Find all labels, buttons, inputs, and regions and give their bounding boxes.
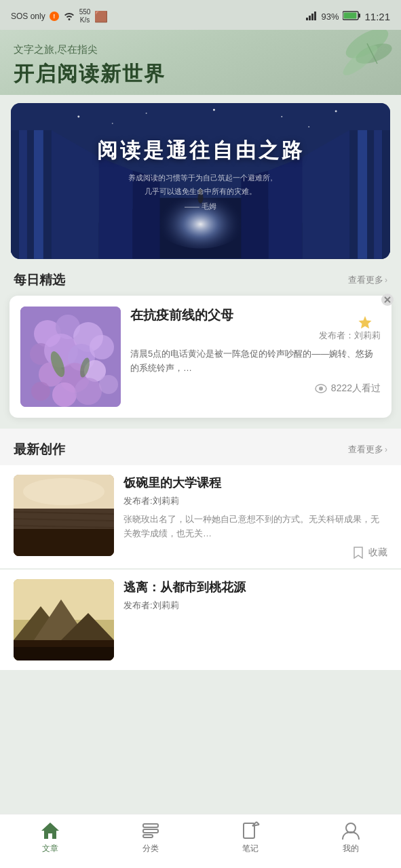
- svg-point-32: [77, 115, 79, 117]
- nav-label-category: 分类: [142, 843, 159, 854]
- latest-section-title: 最新创作: [14, 441, 65, 458]
- svg-rect-15: [19, 130, 27, 259]
- home-icon: [40, 821, 60, 840]
- daily-card-title: 在抗疫前线的父母: [130, 307, 381, 324]
- status-left: SOS only ! 550K/s 🟫: [11, 8, 108, 24]
- leaf-decoration: [313, 30, 394, 95]
- creation-item-2[interactable]: 逃离：从都市到桃花源 发布者:刘莉莉: [0, 570, 401, 670]
- svg-marker-72: [354, 547, 362, 558]
- eye-icon: [315, 384, 327, 393]
- svg-rect-81: [143, 824, 158, 827]
- svg-point-48: [90, 335, 114, 359]
- creation-excerpt-1: 张晓玫出名了，以一种她自己意想不到的方式。无关科研成果，无关教学成绩，也无关…: [123, 513, 387, 541]
- daily-card-image: [20, 307, 121, 407]
- nav-label-notes: 笔记: [242, 843, 259, 854]
- speed-label: 550K/s: [79, 8, 91, 24]
- svg-rect-0: [306, 18, 308, 20]
- svg-marker-61: [359, 316, 372, 329]
- daily-card[interactable]: 在抗疫前线的父母 发布者：刘莉莉 清晨5点的电话黄沁是被一阵急促的铃声吵醒的——…: [9, 296, 392, 418]
- svg-point-52: [31, 382, 50, 401]
- bookmark-icon-1: [352, 547, 364, 559]
- daily-card-views: 8222人看过: [130, 382, 381, 395]
- creation-item-1[interactable]: 饭碗里的大学课程 发布者:刘莉莉 张晓玫出名了，以一种她自己意想不到的方式。无关…: [0, 465, 401, 568]
- banner-title: 阅读是通往自由之路: [97, 137, 305, 165]
- daily-more-button[interactable]: 查看更多 ›: [348, 274, 387, 286]
- daily-section-title: 每日精选: [14, 271, 65, 289]
- bottom-nav: 文章 分类 笔记 我的: [0, 814, 401, 868]
- battery-percent: 93%: [321, 12, 339, 22]
- svg-rect-23: [382, 130, 390, 259]
- daily-card-excerpt: 清晨5点的电话黄沁是被一阵急促的铃声吵醒的——婉转、悠扬的系统铃声，…: [130, 347, 381, 376]
- svg-rect-66: [14, 529, 114, 556]
- creation-title-2: 逃离：从都市到桃花源: [123, 579, 387, 595]
- svg-rect-83: [143, 835, 153, 837]
- signal-icon: [306, 11, 317, 22]
- bag-icon: 🟫: [94, 10, 108, 23]
- chevron-right-icon-2: ›: [385, 445, 387, 454]
- creation-content-2: 逃离：从都市到桃花源 发布者:刘莉莉: [123, 579, 387, 660]
- sos-label: SOS only: [11, 12, 45, 21]
- svg-point-63: [319, 387, 323, 391]
- svg-rect-25: [367, 130, 374, 259]
- list-icon: [140, 821, 161, 840]
- svg-rect-5: [358, 14, 360, 18]
- svg-marker-80: [41, 823, 59, 839]
- svg-rect-26: [358, 130, 367, 259]
- banner-subtitle: 养成阅读的习惯等于为自己筑起一个避难所, 几乎可以逃免生命中所有的灾难。: [128, 172, 272, 199]
- banner[interactable]: 阅读是通往自由之路 养成阅读的习惯等于为自己筑起一个避难所, 几乎可以逃免生命中…: [11, 103, 390, 259]
- status-bar: SOS only ! 550K/s 🟫 93% 11:21: [0, 0, 401, 30]
- star-decoration: [358, 315, 373, 330]
- latest-section-header: 最新创作 查看更多 ›: [0, 429, 401, 465]
- svg-rect-82: [143, 829, 158, 833]
- svg-rect-27: [349, 130, 358, 259]
- user-icon: [341, 821, 361, 840]
- nav-label-article: 文章: [42, 843, 58, 854]
- daily-card-publisher: 发布者：刘莉莉: [130, 330, 381, 342]
- svg-point-35: [281, 116, 282, 117]
- chevron-right-icon: ›: [385, 275, 387, 285]
- svg-point-53: [52, 382, 77, 407]
- svg-rect-14: [11, 130, 19, 259]
- nav-item-article[interactable]: 文章: [40, 821, 60, 854]
- creation-content-1: 饭碗里的大学课程 发布者:刘莉莉 张晓玫出名了，以一种她自己意想不到的方式。无关…: [123, 475, 387, 559]
- svg-point-71: [23, 478, 104, 505]
- creation-image-1: [14, 475, 114, 556]
- banner-author: —— 毛姆: [185, 201, 216, 212]
- creation-title-1: 饭碗里的大学课程: [123, 475, 387, 491]
- svg-rect-1: [309, 16, 311, 20]
- svg-rect-24: [374, 130, 382, 259]
- svg-rect-6: [344, 12, 357, 18]
- svg-point-55: [99, 375, 118, 394]
- svg-rect-3: [314, 12, 316, 20]
- svg-point-33: [146, 113, 147, 114]
- daily-card-content: 在抗疫前线的父母 发布者：刘莉莉 清晨5点的电话黄沁是被一阵急促的铃声吵醒的——…: [130, 307, 381, 407]
- svg-point-38: [308, 126, 309, 127]
- creation-publisher-1: 发布者:刘莉莉: [123, 495, 387, 507]
- wifi-icon: [63, 11, 75, 22]
- status-right: 93% 11:21: [306, 11, 390, 22]
- svg-rect-17: [34, 130, 43, 259]
- edit-icon: [240, 821, 261, 840]
- svg-rect-2: [311, 14, 313, 20]
- svg-point-36: [335, 110, 337, 112]
- creation-publisher-2: 发布者:刘莉莉: [123, 599, 387, 612]
- close-button[interactable]: [381, 293, 394, 309]
- alert-icon: !: [50, 12, 59, 21]
- latest-more-button[interactable]: 查看更多 ›: [348, 443, 387, 456]
- svg-rect-18: [43, 130, 52, 259]
- svg-point-34: [213, 108, 215, 111]
- svg-rect-79: [14, 647, 114, 660]
- creation-actions-1[interactable]: 收藏: [123, 547, 387, 559]
- svg-marker-29: [268, 157, 302, 259]
- nav-label-profile: 我的: [343, 843, 359, 854]
- header-section: 文字之旅,尽在指尖 开启阅读新世界: [0, 30, 401, 95]
- daily-section-header: 每日精选 查看更多 ›: [0, 259, 401, 296]
- nav-item-profile[interactable]: 我的: [341, 821, 361, 854]
- svg-point-54: [75, 378, 102, 405]
- nav-item-notes[interactable]: 笔记: [240, 821, 261, 854]
- svg-marker-20: [99, 157, 133, 259]
- svg-rect-16: [27, 130, 34, 259]
- battery-icon: [343, 11, 360, 22]
- nav-item-category[interactable]: 分类: [140, 821, 161, 854]
- time: 11:21: [364, 11, 390, 22]
